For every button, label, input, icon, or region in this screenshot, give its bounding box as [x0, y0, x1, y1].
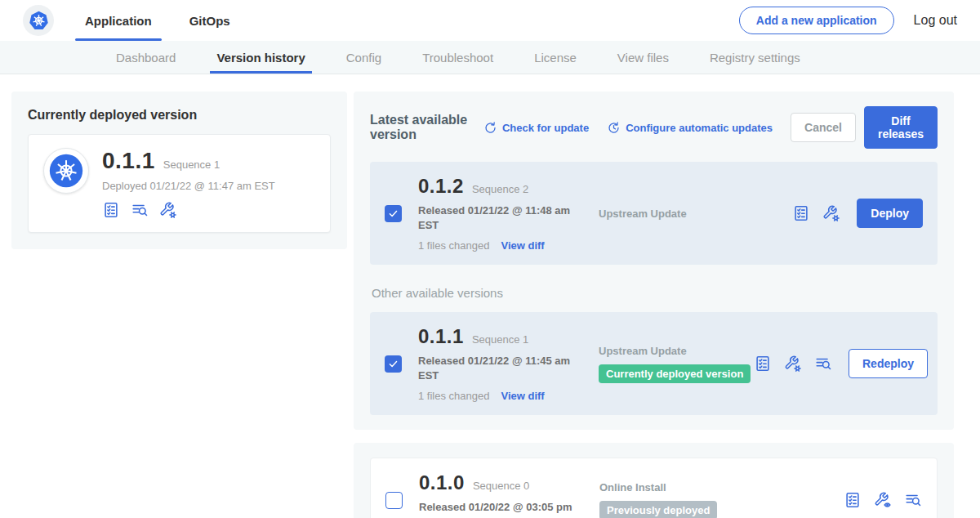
version-checkbox[interactable]: [385, 205, 402, 222]
subnav-license[interactable]: License: [532, 41, 578, 74]
deploy-logs-icon[interactable]: [814, 355, 832, 373]
released-timestamp: Released 01/21/22 @ 11:48 am EST: [418, 203, 586, 232]
latest-available-section: Latest available version Check for updat…: [354, 92, 954, 430]
subnav-config[interactable]: Config: [345, 41, 383, 74]
subnav-troubleshoot[interactable]: Troubleshoot: [421, 41, 495, 74]
currently-deployed-badge: Currently deployed version: [599, 364, 751, 383]
deploy-button[interactable]: Deploy: [857, 199, 923, 228]
preflight-checklist-icon[interactable]: [754, 355, 772, 373]
tab-application[interactable]: Application: [82, 0, 155, 41]
check-for-update-link[interactable]: Check for update: [483, 121, 589, 135]
edit-config-icon[interactable]: [159, 201, 177, 219]
edit-config-icon[interactable]: [784, 355, 802, 373]
clock-refresh-icon: [607, 121, 621, 135]
subnav-view-files[interactable]: View files: [616, 41, 670, 74]
deployed-version-number: 0.1.1: [102, 148, 155, 174]
logout-button[interactable]: Log out: [914, 13, 957, 28]
kubernetes-helm-icon: [48, 153, 84, 189]
latest-available-title: Latest available version: [370, 113, 472, 142]
released-timestamp: Released 01/20/22 @ 03:05 pm EST: [419, 500, 586, 518]
other-versions-label: Other available versions: [372, 286, 936, 300]
checkmark-icon: [388, 208, 399, 219]
top-header: Application GitOps Add a new application…: [0, 0, 980, 41]
version-number: 0.1.0: [419, 471, 465, 494]
version-row-0-1-2: 0.1.2 Sequence 2 Released 01/21/22 @ 11:…: [370, 162, 938, 265]
kubernetes-logo[interactable]: [23, 5, 54, 36]
sequence-label: Sequence 1: [472, 333, 528, 346]
deploy-logs-icon[interactable]: [904, 491, 922, 509]
currently-deployed-title: Currently deployed version: [28, 108, 331, 123]
checkmark-icon: [388, 359, 399, 369]
version-source-label: Upstream Update: [599, 208, 754, 220]
view-diff-link[interactable]: View diff: [501, 239, 544, 252]
configure-automatic-updates-link[interactable]: Configure automatic updates: [607, 121, 773, 135]
preflight-checklist-icon[interactable]: [792, 204, 810, 222]
add-new-application-button[interactable]: Add a new application: [739, 7, 894, 34]
redeploy-button[interactable]: Redeploy: [849, 349, 928, 378]
version-checkbox[interactable]: [385, 492, 403, 509]
diff-releases-button[interactable]: Diff releases: [864, 106, 938, 149]
tab-gitops[interactable]: GitOps: [186, 0, 234, 41]
preflight-checklist-icon[interactable]: [102, 201, 120, 219]
subnav-dashboard[interactable]: Dashboard: [114, 41, 177, 74]
version-source-label: Upstream Update: [599, 345, 754, 357]
currently-deployed-panel: Currently deployed version: [11, 92, 347, 249]
version-source-label: Online Install: [599, 481, 755, 493]
refresh-icon: [483, 121, 497, 135]
deployed-sequence-label: Sequence 1: [163, 159, 220, 171]
version-row-0-1-0: 0.1.0 Sequence 0 Released 01/20/22 @ 03:…: [370, 458, 938, 518]
sequence-label: Sequence 0: [473, 480, 529, 492]
version-number: 0.1.2: [418, 175, 464, 198]
sequence-label: Sequence 2: [472, 183, 528, 195]
files-changed-label: 1 files changed: [418, 239, 489, 252]
subnav-version-history[interactable]: Version history: [215, 41, 306, 74]
version-row-0-1-1: 0.1.1 Sequence 1 Released 01/21/22 @ 11:…: [370, 312, 938, 415]
previously-deployed-badge: Previously deployed: [599, 501, 717, 518]
header-tabs: Application GitOps: [82, 0, 234, 41]
all-versions-section: 0.1.0 Sequence 0 Released 01/20/22 @ 03:…: [354, 443, 954, 518]
app-logo: [43, 148, 89, 194]
edit-config-icon[interactable]: [822, 204, 840, 222]
deployed-version-card: 0.1.1 Sequence 1 Deployed 01/21/22 @ 11:…: [28, 134, 331, 233]
version-number: 0.1.1: [418, 325, 464, 348]
app-subnav: Dashboard Version history Config Trouble…: [0, 41, 980, 74]
preflight-checklist-icon[interactable]: [844, 491, 862, 509]
files-changed-label: 1 files changed: [418, 390, 489, 402]
deploy-logs-icon[interactable]: [131, 201, 149, 219]
view-config-icon[interactable]: [874, 491, 892, 509]
cancel-button[interactable]: Cancel: [791, 113, 856, 142]
deployed-timestamp: Deployed 01/21/22 @ 11:47 am EST: [102, 180, 275, 192]
released-timestamp: Released 01/21/22 @ 11:45 am EST: [418, 354, 586, 382]
view-diff-link[interactable]: View diff: [501, 390, 544, 402]
subnav-registry-settings[interactable]: Registry settings: [708, 41, 802, 74]
version-checkbox[interactable]: [385, 355, 402, 373]
kubernetes-helm-icon: [28, 10, 50, 32]
